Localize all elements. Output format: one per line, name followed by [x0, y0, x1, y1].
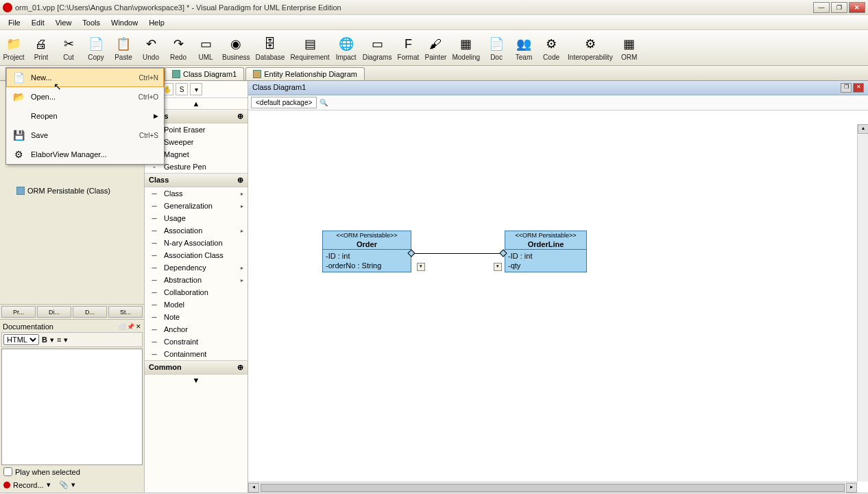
horizontal-scrollbar[interactable]: ◂ ▸	[248, 482, 857, 493]
menu-tools[interactable]: Tools	[77, 16, 106, 29]
bold-button[interactable]: B	[42, 336, 47, 344]
panel-close-icon[interactable]: ✕	[136, 323, 141, 330]
toolbar-diagrams-button[interactable]: ▭Diagrams	[360, 30, 395, 65]
toolbar-painter-button[interactable]: 🖌Painter	[422, 30, 449, 65]
association-link[interactable]	[411, 253, 505, 254]
toolbar-redo-button[interactable]: ↷Redo	[165, 30, 192, 65]
vertical-scrollbar[interactable]: ▴	[857, 124, 868, 482]
toolbar-uml-button[interactable]: ▭UML	[192, 30, 219, 65]
documentation-textarea[interactable]	[1, 349, 143, 465]
uml-class-orderline[interactable]: <<ORM Persistable>> OrderLine -ID : int …	[505, 231, 587, 272]
play-checkbox[interactable]	[3, 467, 12, 476]
panel-tab-st[interactable]: St...	[108, 306, 143, 318]
dropdown-icon[interactable]: ▾	[47, 480, 51, 489]
palette-abstraction[interactable]: ─Abstraction▸	[145, 274, 248, 286]
panel-tab-diagram[interactable]: Di...	[37, 306, 71, 318]
toolbar-project-button[interactable]: 📁Project	[0, 30, 27, 65]
toolbar-code-button[interactable]: ⚙Code	[538, 30, 565, 65]
toolbar-business-button[interactable]: ◉Business	[219, 30, 253, 65]
tab-er-diagram[interactable]: Entity Relationship Diagram	[245, 67, 365, 80]
canvas-close-button[interactable]: ✕	[853, 83, 864, 93]
toolbar-copy-button[interactable]: 📄Copy	[82, 30, 110, 65]
minimize-button[interactable]: —	[813, 2, 830, 13]
palette-containment[interactable]: ─Containment	[145, 348, 248, 360]
panel-tab-d[interactable]: D...	[73, 306, 107, 318]
class-icon	[16, 187, 25, 195]
expand-attrs-icon[interactable]: ▾	[494, 263, 502, 271]
panel-tab-project[interactable]: Pr...	[1, 306, 36, 318]
toolbar-impact-button[interactable]: 🌐Impact	[333, 30, 360, 65]
palette-collaboration[interactable]: ─Collaboration	[145, 286, 248, 298]
toolbar-database-button[interactable]: 🗄Database	[253, 30, 288, 65]
attach-icon[interactable]: 📎	[59, 480, 69, 489]
palette-note[interactable]: ─Note	[145, 311, 248, 323]
toolbar-doc-button[interactable]: 📄Doc	[483, 30, 510, 65]
file-menu-elaborviewmanager[interactable]: ⚙ ElaborView Manager...	[6, 145, 164, 164]
s-icon[interactable]: S	[176, 83, 188, 95]
dropdown-icon[interactable]: ▾	[64, 336, 68, 344]
palette-constraint[interactable]: ─Constraint	[145, 336, 248, 348]
scroll-up-button[interactable]: ▴	[858, 124, 868, 134]
toolbar-modeling-button[interactable]: ▦Modeling	[449, 30, 483, 65]
palette-dependency[interactable]: ─Dependency▸	[145, 261, 248, 274]
palette-model[interactable]: ─Model	[145, 298, 248, 311]
menu-help[interactable]: Help	[143, 16, 170, 29]
menu-window[interactable]: Window	[106, 16, 143, 29]
search-icon[interactable]: 🔍	[320, 99, 328, 106]
toolbar-interoperability-button[interactable]: ⚙Interoperability	[565, 30, 616, 65]
palette-item-label: Anchor	[164, 325, 188, 333]
palette-association-class[interactable]: ─Association Class	[145, 249, 248, 261]
maximize-button[interactable]: ❐	[831, 2, 847, 13]
palette-class[interactable]: ─Class▸	[145, 187, 248, 200]
tab-class-diagram[interactable]: Class Diagram1	[165, 67, 244, 80]
diagram-canvas[interactable]: <<ORM Persistable>> Order -ID : int -ord…	[248, 110, 868, 493]
expand-icon[interactable]: ⊕	[237, 363, 243, 372]
scroll-left-button[interactable]: ◂	[248, 483, 259, 493]
expand-icon[interactable]: ⊕	[237, 112, 243, 121]
palette-class-header[interactable]: Class ⊕	[145, 173, 248, 187]
menu-view[interactable]: View	[50, 16, 77, 29]
palette-generalization[interactable]: ─Generalization▸	[145, 200, 248, 212]
menu-file[interactable]: File	[3, 16, 26, 29]
file-menu-new[interactable]: 📄 New... Ctrl+N	[6, 68, 164, 87]
down-arrow-icon[interactable]: ▼	[193, 376, 200, 384]
dropdown-icon[interactable]: ▾	[71, 480, 75, 489]
toolbar-paste-button[interactable]: 📋Paste	[110, 30, 137, 65]
uml-class-order[interactable]: <<ORM Persistable>> Order -ID : int -ord…	[322, 231, 411, 272]
doc-format-select[interactable]: HTML	[3, 334, 39, 345]
dropdown-icon[interactable]: ▾	[50, 336, 54, 344]
expand-attrs-icon[interactable]: ▾	[417, 263, 425, 271]
palette-common-header[interactable]: Common ⊕	[145, 360, 248, 375]
panel-pin-icon[interactable]: ⬜	[118, 323, 125, 330]
tree-item[interactable]: ORM Persistable (Class)	[0, 185, 144, 196]
expand-icon[interactable]: ⊕	[237, 176, 243, 185]
tool-icon: ─	[149, 338, 160, 346]
panel-pin-icon[interactable]: 📌	[127, 323, 134, 330]
scroll-thumb[interactable]	[261, 484, 845, 492]
toolbar-team-button[interactable]: 👥Team	[510, 30, 538, 65]
scroll-right-button[interactable]: ▸	[846, 483, 857, 493]
close-button[interactable]: ✕	[849, 2, 865, 13]
canvas-maximize-button[interactable]: ❐	[841, 83, 852, 93]
list-button[interactable]: ≡	[57, 336, 61, 344]
palette-header-label: Common	[149, 363, 182, 372]
file-menu-save[interactable]: 💾 Save Ctrl+S	[6, 126, 164, 145]
toolbar-undo-button[interactable]: ↶Undo	[137, 30, 165, 65]
file-menu-open[interactable]: 📂 Open... Ctrl+O	[6, 87, 164, 106]
toolbar-format-button[interactable]: FFormat	[394, 30, 422, 65]
file-menu-reopen[interactable]: Reopen ▶	[6, 106, 164, 126]
toolbar-print-button[interactable]: 🖨Print	[27, 30, 55, 65]
code-icon: ⚙	[542, 34, 561, 54]
toolbar-cut-button[interactable]: ✂Cut	[55, 30, 82, 65]
package-breadcrumb[interactable]: <default package>	[251, 97, 317, 108]
up-arrow-icon[interactable]: ▲	[193, 99, 200, 108]
palette-n-ary-association[interactable]: ─N-ary Association	[145, 237, 248, 249]
toolbar-requirement-button[interactable]: ▤Requirement	[287, 30, 332, 65]
record-label[interactable]: Record...	[13, 481, 44, 489]
menu-edit[interactable]: Edit	[26, 16, 50, 29]
palette-usage[interactable]: ─Usage	[145, 212, 248, 224]
toolbar-orm-button[interactable]: ▦ORM	[616, 30, 643, 65]
palette-anchor[interactable]: ─Anchor	[145, 323, 248, 336]
palette-association[interactable]: ─Association▸	[145, 224, 248, 237]
dropdown-icon[interactable]: ▾	[190, 83, 202, 95]
